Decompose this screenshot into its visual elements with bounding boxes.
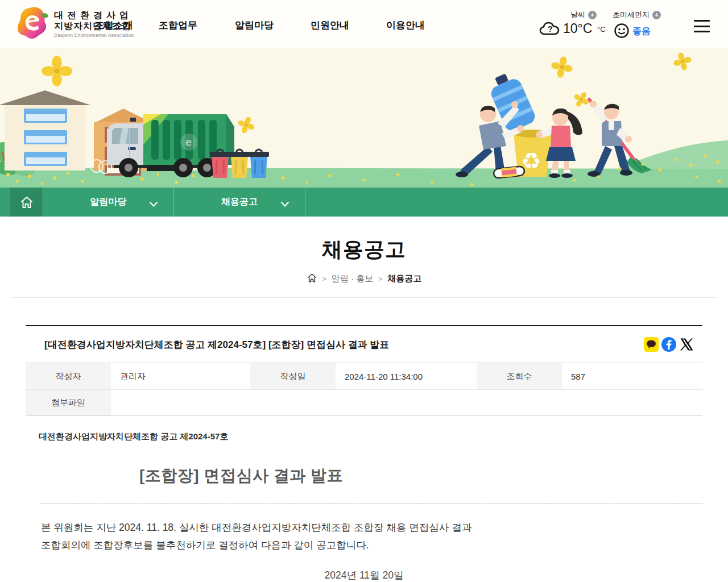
weather-expand-icon[interactable]: +: [588, 11, 597, 19]
breadcrumb-current: 채용공고: [387, 273, 421, 284]
views-label: 조회수: [477, 363, 562, 389]
breadcrumb-navbar: 알림마당 채용공고: [0, 188, 728, 217]
breadcrumb-level1[interactable]: 알림 · 홍보: [332, 273, 373, 284]
site-header: 대전환경사업 지방자치단체조합 Daejeon Environmental As…: [0, 0, 728, 48]
announcement-date: 2024년 11월 20일: [26, 568, 702, 582]
subnav-select-page[interactable]: 채용공고: [174, 188, 305, 217]
dust-widget-label: 초미세먼지 +: [613, 10, 661, 20]
home-icon: [20, 196, 34, 209]
page-title: 채용공고: [0, 217, 728, 264]
subnav-section-label: 알림마당: [90, 196, 127, 208]
nav-item-notice-board[interactable]: 알림마당: [235, 19, 274, 32]
menu-button[interactable]: [694, 20, 710, 32]
date-label: 작성일: [250, 363, 336, 389]
breadcrumb-separator: >: [378, 275, 382, 283]
breadcrumb: > 알림 · 홍보 > 채용공고: [0, 273, 728, 285]
svg-text:e: e: [185, 136, 192, 148]
meta-row-2: 첨부파일: [26, 389, 702, 415]
nav-item-usage-guide[interactable]: 이용안내: [386, 19, 425, 32]
article-view: [대전환경사업지방자치단체조합 공고 제2024-57호] [조합장] 면접심사…: [26, 325, 702, 582]
cloud-weather-icon: ?: [539, 20, 560, 39]
subnav-select-section[interactable]: 알림마당: [43, 188, 174, 217]
page: 대전환경사업 지방자치단체조합 Daejeon Environmental As…: [0, 0, 728, 582]
page-title-area: 채용공고 > 알림 · 홍보 > 채용공고: [0, 217, 728, 298]
views-value: 587: [562, 363, 702, 389]
smiley-face-icon: [614, 23, 630, 41]
share-buttons: [644, 337, 694, 352]
breadcrumb-home-icon[interactable]: [307, 273, 317, 285]
announcement-heading: [조합장] 면접심사 결과 발표: [139, 465, 702, 487]
logo-subtitle: Daejeon Environmental Association: [54, 32, 134, 38]
dust-label-text: 초미세먼지: [613, 10, 650, 20]
hero-banner: e: [0, 48, 728, 188]
breadcrumb-separator: >: [322, 275, 326, 283]
logo-mark-icon: [16, 5, 49, 43]
nav-item-association-work[interactable]: 조합업무: [159, 19, 197, 32]
paragraph-line2: 조합회의에 조합장후보를 불추천하기로 결정하여 다음과 같이 공고합니다.: [41, 539, 369, 551]
article-title: [대전환경사업지방자치단체조합 공고 제2024-57호] [조합장] 면접심사…: [44, 338, 389, 351]
paragraph-line1: 본 위원회는 지난 2024. 11. 18. 실시한 대전환경사업지방자치단체…: [41, 522, 471, 533]
weather-temperature: 10°C: [563, 21, 592, 36]
attachment-label: 첨부파일: [26, 390, 111, 415]
weather-widget-label: 날씨 +: [570, 10, 597, 20]
weather-temperature-unit: °C: [597, 25, 606, 34]
author-label: 작성자: [26, 363, 111, 389]
kakao-share-icon[interactable]: [644, 337, 659, 352]
dashed-divider: [41, 504, 702, 504]
attachment-value: [111, 390, 702, 415]
date-value: 2024-11-20 11:34:00: [336, 363, 477, 389]
article-body: 대전환경사업지방자치단체조합 공고 제2024-57호 [조합장] 면접심사 결…: [26, 416, 702, 582]
dust-status-value: 좋음: [632, 26, 651, 38]
x-share-icon[interactable]: [679, 337, 694, 352]
nav-item-association-intro[interactable]: 조합소개: [94, 19, 133, 32]
chevron-down-icon: [150, 199, 158, 209]
meta-row-1: 작성자 관리자 작성일 2024-11-20 11:34:00 조회수 587: [26, 363, 702, 389]
notice-number: 대전환경사업지방자치단체조합 공고 제2024-57호: [39, 431, 702, 442]
announcement-paragraph: 본 위원회는 지난 2024. 11. 18. 실시한 대전환경사업지방자치단체…: [41, 519, 702, 554]
subnav-page-label: 채용공고: [221, 196, 258, 208]
environment-illustration: e: [0, 48, 728, 188]
weather-label-text: 날씨: [570, 10, 585, 20]
nav-item-civil-service[interactable]: 민원안내: [311, 19, 349, 32]
dust-expand-icon[interactable]: +: [652, 11, 661, 19]
home-button[interactable]: [10, 188, 43, 217]
author-value: 관리자: [111, 363, 250, 389]
svg-text:?: ?: [548, 24, 553, 34]
article-meta-table: 작성자 관리자 작성일 2024-11-20 11:34:00 조회수 587 …: [26, 363, 702, 416]
chevron-down-icon: [281, 199, 289, 209]
article-header: [대전환경사업지방자치단체조합 공고 제2024-57호] [조합장] 면접심사…: [26, 325, 702, 363]
trash-bins-illustration: [210, 149, 269, 178]
facebook-share-icon[interactable]: [661, 337, 676, 352]
house-illustration: [0, 90, 91, 171]
title-divider: [11, 297, 717, 298]
